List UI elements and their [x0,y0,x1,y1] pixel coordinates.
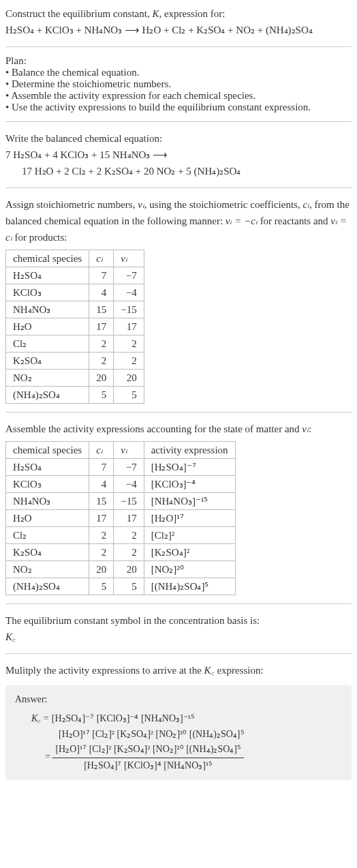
table-row: H₂SO₄7−7[H₂SO₄]⁻⁷ [6,459,236,476]
col-species: chemical species [6,442,89,459]
divider [5,412,352,413]
table-row: K₂SO₄22[K₂SO₄]² [6,544,236,561]
col-nu: νᵢ [114,442,144,459]
unbalanced-reaction: H₂SO₄ + KClO₃ + NH₄NO₃ ⟶ H₂O + Cl₂ + K₂S… [5,25,313,35]
fraction-numerator: [H₂O]¹⁷ [Cl₂]² [K₂SO₄]² [NO₂]²⁰ [(NH₄)₂S… [52,742,244,758]
kc-symbol: K꜀ [5,629,352,645]
table-row: NO₂2020[NO₂]²⁰ [6,561,236,578]
table-row: KClO₃4−4 [6,284,144,301]
balanced-line2: 17 H₂O + 2 Cl₂ + 2 K₂SO₄ + 20 NO₂ + 5 (N… [5,163,352,179]
activity-heading: Assemble the activity expressions accoun… [5,421,352,437]
col-ci: cᵢ [89,442,114,459]
final-fraction: [H₂O]¹⁷ [Cl₂]² [K₂SO₄]² [NO₂]²⁰ [(NH₄)₂S… [52,742,244,773]
divider [5,188,352,188]
table-row: H₂O1717 [6,318,144,335]
divider [5,121,352,122]
prompt-prefix: Construct the equilibrium constant, [5,8,152,19]
col-ci: cᵢ [89,250,114,267]
answer-expression: K꜀ = [H₂SO₄]⁻⁷ [KClO₃]⁻⁴ [NH₄NO₃]⁻¹⁵ [H₂… [15,711,342,773]
col-expr: activity expression [144,442,235,459]
multiply-block: Mulitply the activity expressions to arr… [5,662,352,678]
plan-item: • Assemble the activity expression for e… [5,90,352,102]
divider [5,653,352,654]
prompt-block: Construct the equilibrium constant, K, e… [5,5,352,38]
table-row: Cl₂22 [6,335,144,353]
table-row: NH₄NO₃15−15 [6,301,144,318]
stoich-block: Assign stoichiometric numbers, νᵢ, using… [5,196,352,404]
plan-item: • Determine the stoichiometric numbers. [5,78,352,90]
table-row: Cl₂22[Cl₂]² [6,527,236,544]
table-row: H₂O1717[H₂O]¹⁷ [6,510,236,527]
table-row: (NH₄)₂SO₄55[(NH₄)₂SO₄]⁵ [6,578,236,595]
plan-heading: Plan: [5,55,352,67]
equals-sign: = [45,751,52,762]
prompt-suffix: , expression for: [159,8,225,19]
fraction-denominator: [H₂SO₄]⁷ [KClO₃]⁴ [NH₄NO₃]¹⁵ [52,758,244,773]
product-line1: [H₂SO₄]⁻⁷ [KClO₃]⁻⁴ [NH₄NO₃]⁻¹⁵ [52,713,195,723]
stoich-table: chemical species cᵢ νᵢ H₂SO₄7−7 KClO₃4−4… [5,250,144,404]
stoich-intro: Assign stoichiometric numbers, νᵢ, using… [5,196,352,245]
activity-table: chemical species cᵢ νᵢ activity expressi… [5,441,236,595]
table-row: NO₂2020 [6,370,144,387]
plan-item: • Balance the chemical equation. [5,67,352,78]
balanced-line1: 7 H₂SO₄ + 4 KClO₃ + 15 NH₄NO₃ ⟶ [5,147,352,163]
table-row: H₂SO₄7−7 [6,267,144,284]
col-nu: νᵢ [114,250,144,267]
product-line2: [H₂O]¹⁷ [Cl₂]² [K₂SO₄]² [NO₂]²⁰ [(NH₄)₂S… [59,729,245,739]
plan-block: Plan: • Balance the chemical equation. •… [5,55,352,113]
kc-symbol-block: The equilibrium constant symbol in the c… [5,612,352,645]
divider [5,603,352,604]
answer-box: Answer: K꜀ = [H₂SO₄]⁻⁷ [KClO₃]⁻⁴ [NH₄NO₃… [5,685,352,780]
table-row: KClO₃4−4[KClO₃]⁻⁴ [6,476,236,493]
answer-label: Answer: [15,692,342,707]
balanced-heading: Write the balanced chemical equation: [5,130,352,147]
plan-item: • Use the activity expressions to build … [5,102,352,113]
table-header-row: chemical species cᵢ νᵢ [6,250,144,267]
col-species: chemical species [6,250,89,267]
balanced-block: Write the balanced chemical equation: 7 … [5,130,352,179]
table-row: K₂SO₄22 [6,353,144,370]
table-row: (NH₄)₂SO₄55 [6,387,144,404]
kc-symbol-text: The equilibrium constant symbol in the c… [5,612,352,629]
constant-k: K [152,8,159,19]
table-row: NH₄NO₃15−15[NH₄NO₃]⁻¹⁵ [6,493,236,510]
kc-equals: K꜀ = [31,713,52,723]
divider [5,46,352,47]
table-header-row: chemical species cᵢ νᵢ activity expressi… [6,442,236,459]
activity-block: Assemble the activity expressions accoun… [5,421,352,595]
